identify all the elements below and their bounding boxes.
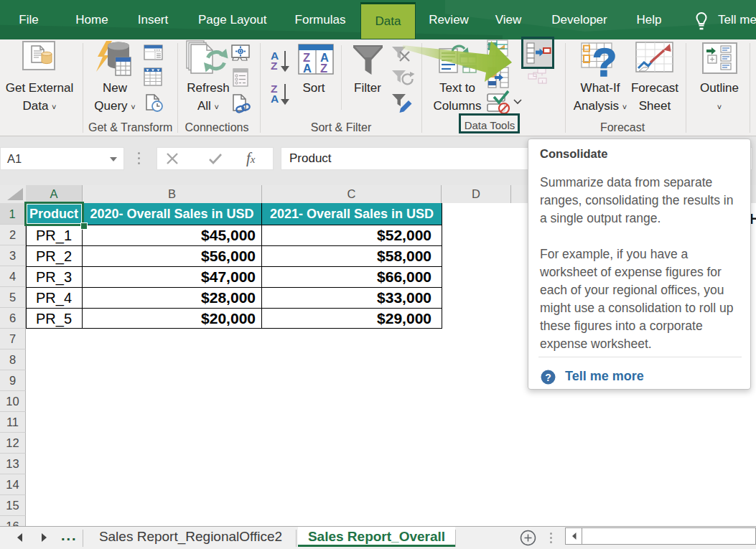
svg-text:Z: Z xyxy=(271,60,278,72)
svg-text:A: A xyxy=(271,93,279,105)
svg-text:A: A xyxy=(303,62,312,75)
svg-text:?: ? xyxy=(545,372,551,383)
svg-text:Z: Z xyxy=(320,62,327,75)
svg-text:?: ? xyxy=(592,39,617,85)
